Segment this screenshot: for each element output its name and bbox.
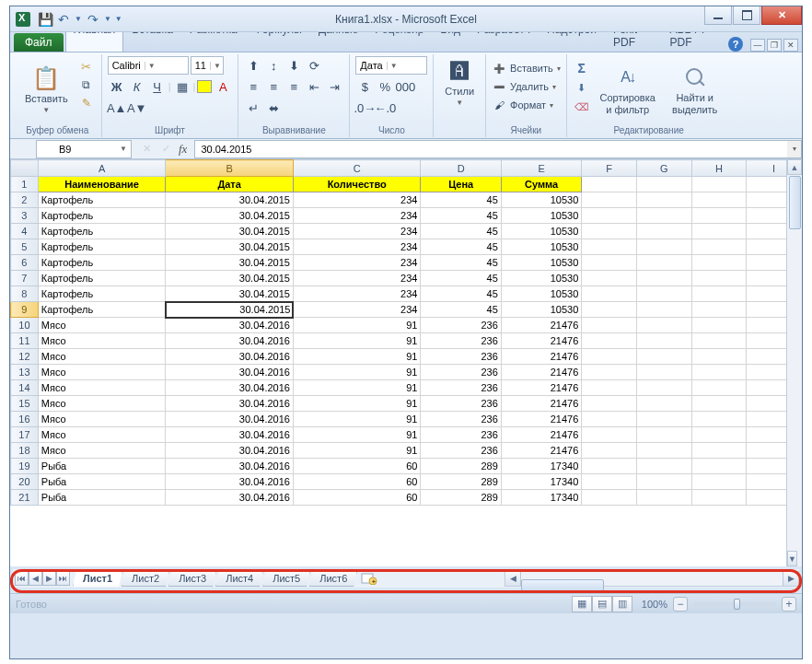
cell[interactable] <box>636 271 691 286</box>
cell[interactable]: 10530 <box>501 224 581 239</box>
sheet-tab-Лист1[interactable]: Лист1 <box>73 570 122 587</box>
cell[interactable] <box>582 177 637 192</box>
cell[interactable]: 30.04.2016 <box>166 365 294 380</box>
cell[interactable] <box>636 255 691 271</box>
cell[interactable]: 30.04.2015 <box>166 286 294 302</box>
cell[interactable] <box>691 412 747 427</box>
cell[interactable] <box>691 318 747 333</box>
row-header-18[interactable]: 18 <box>11 443 39 459</box>
cell[interactable]: 234 <box>293 271 421 286</box>
cell[interactable] <box>691 349 747 365</box>
cell[interactable]: 45 <box>421 286 501 302</box>
underline-button[interactable]: Ч <box>148 77 167 96</box>
cell[interactable]: 21476 <box>501 412 581 427</box>
align-center-button[interactable]: ≡ <box>264 77 283 96</box>
font-color-button[interactable]: A <box>214 77 232 96</box>
cell[interactable]: 30.04.2015 <box>166 239 294 255</box>
cell[interactable]: 236 <box>421 333 501 349</box>
formula-enter-icon[interactable]: ✓ <box>157 141 175 157</box>
undo-dropdown[interactable]: ▼ <box>75 15 82 23</box>
close-button[interactable] <box>761 6 802 25</box>
cell[interactable] <box>691 380 747 396</box>
save-icon[interactable]: 💾 <box>38 12 52 27</box>
cell[interactable] <box>636 412 691 427</box>
row-header-7[interactable]: 7 <box>11 271 39 286</box>
align-left-button[interactable]: ≡ <box>244 77 262 96</box>
cell[interactable] <box>582 412 637 427</box>
cell[interactable]: Картофель <box>38 239 166 255</box>
row-header-3[interactable]: 3 <box>11 208 39 224</box>
col-header-G[interactable]: G <box>636 160 691 177</box>
cell[interactable] <box>691 177 747 192</box>
decrease-font-button[interactable]: A▼ <box>128 99 146 117</box>
cell[interactable]: Рыба <box>38 474 166 490</box>
zoom-knob[interactable] <box>734 599 740 610</box>
horizontal-scrollbar[interactable]: ◀ ▶ <box>505 571 799 587</box>
increase-font-button[interactable]: A▲ <box>108 99 126 117</box>
cell[interactable]: 45 <box>421 302 501 318</box>
cell[interactable] <box>691 239 747 255</box>
cell[interactable] <box>582 459 637 474</box>
cell[interactable] <box>691 208 747 224</box>
cell[interactable]: Картофель <box>38 255 166 271</box>
cell[interactable] <box>691 224 747 239</box>
doc-restore-button[interactable]: ❐ <box>767 39 782 52</box>
cell[interactable]: 30.04.2016 <box>166 396 294 412</box>
cell[interactable]: 236 <box>421 427 501 443</box>
copy-icon[interactable] <box>77 76 96 93</box>
cell[interactable]: 30.04.2015 <box>166 271 294 286</box>
cell[interactable] <box>582 255 637 271</box>
minimize-button[interactable] <box>704 6 732 25</box>
cell[interactable]: Мясо <box>38 412 166 427</box>
cell[interactable]: 21476 <box>501 396 581 412</box>
cell[interactable]: 234 <box>293 286 421 302</box>
cell[interactable]: 45 <box>421 271 501 286</box>
font-name-select[interactable]: Calibri▼ <box>108 56 189 75</box>
cell[interactable]: 91 <box>293 349 421 365</box>
hscroll-left-icon[interactable]: ◀ <box>505 572 521 586</box>
formula-expand-icon[interactable]: ▾ <box>787 140 802 158</box>
cell[interactable]: 234 <box>293 239 421 255</box>
cell[interactable]: 45 <box>421 224 501 239</box>
cell[interactable]: 45 <box>421 192 501 208</box>
border-button[interactable]: ▦ <box>173 77 191 96</box>
cell[interactable]: 60 <box>293 490 421 506</box>
scroll-thumb[interactable] <box>789 176 801 229</box>
row-header-14[interactable]: 14 <box>11 380 39 396</box>
cell[interactable]: Картофель <box>38 286 166 302</box>
cell[interactable]: 60 <box>293 459 421 474</box>
cell[interactable]: 234 <box>293 192 421 208</box>
cell[interactable]: Картофель <box>38 302 166 318</box>
col-header-A[interactable]: A <box>38 160 166 177</box>
row-header-6[interactable]: 6 <box>11 255 39 271</box>
cell[interactable]: Картофель <box>38 224 166 239</box>
row-header-15[interactable]: 15 <box>11 396 39 412</box>
comma-button[interactable]: 000 <box>396 77 414 96</box>
cell[interactable] <box>691 302 747 318</box>
cell[interactable]: 30.04.2016 <box>166 490 294 506</box>
cell[interactable] <box>582 271 637 286</box>
col-header-E[interactable]: E <box>501 160 581 177</box>
tab-first-icon[interactable]: ⏮ <box>15 571 29 586</box>
cell[interactable]: 234 <box>293 224 421 239</box>
cell[interactable] <box>636 192 691 208</box>
wrap-text-button[interactable]: ↵ <box>244 99 262 117</box>
cell[interactable]: 30.04.2016 <box>166 380 294 396</box>
cell[interactable]: 236 <box>421 412 501 427</box>
cell[interactable]: 10530 <box>501 286 581 302</box>
formula-input[interactable]: 30.04.2015 <box>194 140 787 158</box>
row-header-2[interactable]: 2 <box>11 192 39 208</box>
cell[interactable]: Мясо <box>38 443 166 459</box>
align-top-button[interactable]: ⬆ <box>244 56 262 75</box>
cell[interactable]: 21476 <box>501 365 581 380</box>
doc-minimize-button[interactable]: — <box>750 39 765 52</box>
cell[interactable]: 10530 <box>501 239 581 255</box>
redo-dropdown[interactable]: ▼ <box>104 15 111 23</box>
cell[interactable]: Мясо <box>38 333 166 349</box>
cell[interactable]: 234 <box>293 208 421 224</box>
name-box[interactable]: B9▼ <box>36 140 132 158</box>
cell[interactable] <box>582 318 637 333</box>
format-painter-icon[interactable] <box>77 95 96 111</box>
delete-cells-button[interactable]: Удалить ▾ <box>492 78 561 95</box>
cell[interactable] <box>582 490 637 506</box>
